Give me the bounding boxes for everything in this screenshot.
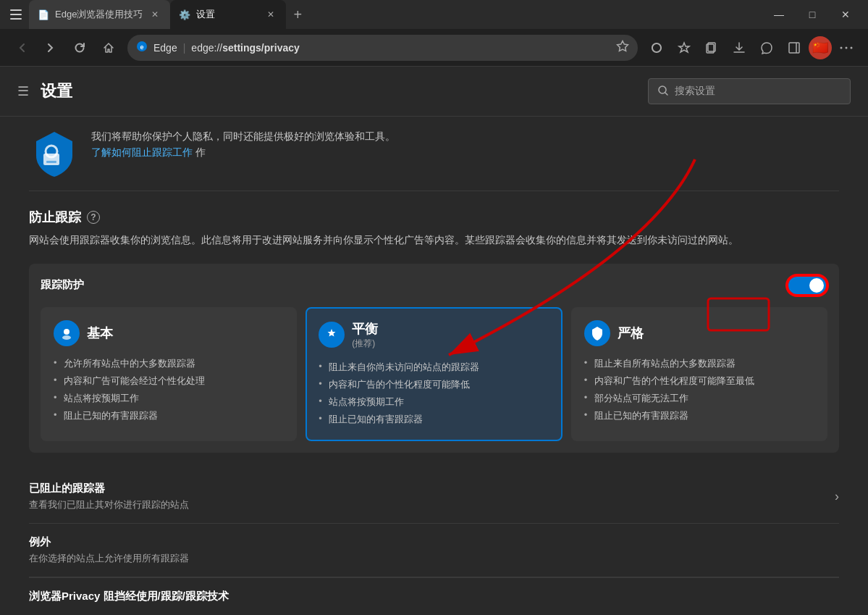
tab-edge-tips[interactable]: 📄 Edge浏览器使用技巧 ✕ (29, 0, 170, 29)
tracking-toggle[interactable] (787, 275, 827, 296)
basic-card-icon (54, 320, 80, 346)
basic-card-features: 允许所有站点中的大多数跟踪器 内容和广告可能会经过个性化处理 站点将按预期工作 … (54, 355, 284, 424)
basic-card-title: 基本 (87, 325, 113, 342)
navbar: e Edge | edge://settings/privacy (0, 29, 868, 67)
forward-button[interactable] (38, 35, 64, 61)
help-icon[interactable]: ? (87, 211, 100, 224)
edge-logo-icon: e (136, 41, 148, 54)
svg-rect-1 (10, 14, 22, 15)
basic-feature-4: 阻止已知的有害跟踪器 (54, 407, 284, 424)
top-partial-section: 我们将帮助你保护个人隐私，同时还能提供极好的浏览体验和工具。 了解如何阻止跟踪工… (29, 117, 839, 191)
strict-feature-3: 部分站点可能无法工作 (584, 390, 814, 407)
svg-point-16 (64, 329, 69, 335)
window-controls: — □ ✕ (762, 0, 862, 29)
svg-point-9 (840, 46, 843, 49)
svg-text:e: e (140, 43, 143, 51)
exceptions-desc: 在你选择的站点上允许使用所有跟踪器 (29, 552, 189, 565)
settings-content[interactable]: 我们将帮助你保护个人隐私，同时还能提供极好的浏览体验和工具。 了解如何阻止跟踪工… (0, 117, 868, 615)
top-partial-text: 我们将帮助你保护个人隐私，同时还能提供极好的浏览体验和工具。 了解如何阻止跟踪工… (91, 128, 395, 161)
balanced-feature-3: 站点将按预期工作 (319, 393, 549, 411)
balanced-card-header: 平衡 (推荐) (319, 320, 549, 350)
toggle-wrapper (787, 275, 827, 296)
hamburger-menu-icon[interactable]: ☰ (17, 83, 29, 99)
shield-icon-large (29, 128, 80, 179)
close-button[interactable]: ✕ (829, 0, 862, 29)
blocked-trackers-row[interactable]: 已阻止的跟踪器 查看我们已阻止其对你进行跟踪的站点 › (29, 470, 839, 524)
strict-card-header: 严格 (584, 320, 814, 346)
home-button[interactable] (96, 35, 122, 61)
titlebar: 📄 Edge浏览器使用技巧 ✕ ⚙️ 设置 ✕ + — □ ✕ (0, 0, 868, 29)
option-card-balanced[interactable]: 平衡 (推荐) 阻止来自你尚未访问的站点的跟踪器 内容和广告的个性化程度可能降低… (306, 307, 562, 441)
section-title: 防止跟踪 ? (29, 209, 839, 226)
option-card-basic[interactable]: 基本 允许所有站点中的大多数跟踪器 内容和广告可能会经过个性化处理 站点将按预期… (41, 307, 297, 441)
svg-rect-15 (46, 161, 56, 163)
settings-header: ☰ 设置 搜索设置 (0, 67, 868, 117)
settings-search-box[interactable]: 搜索设置 (648, 78, 851, 104)
exceptions-text: 例外 在你选择的站点上允许使用所有跟踪器 (29, 535, 189, 565)
strict-feature-1: 阻止来自所有站点的大多数跟踪器 (584, 355, 814, 372)
feedback-icon[interactable] (754, 35, 780, 61)
copilot-icon[interactable] (644, 35, 670, 61)
balanced-card-icon (319, 322, 345, 348)
refresh-button[interactable] (67, 35, 93, 61)
tracking-header: 跟踪防护 (41, 275, 827, 296)
settings-title-area: ☰ 设置 (17, 80, 72, 102)
exceptions-title: 例外 (29, 535, 189, 549)
search-icon (657, 85, 669, 99)
balanced-card-titles: 平衡 (推荐) (352, 320, 378, 350)
basic-feature-3: 站点将按预期工作 (54, 390, 284, 407)
back-button[interactable] (9, 35, 35, 61)
address-bar[interactable]: e Edge | edge://settings/privacy (127, 35, 638, 61)
blocked-trackers-title: 已阻止的跟踪器 (29, 482, 189, 495)
minimize-button[interactable]: — (762, 0, 796, 29)
section-description: 网站会使用跟踪器收集你的浏览信息。此信息将用于改进网站服务并向你显示个性化广告等… (29, 232, 839, 249)
page-wrapper: 📄 Edge浏览器使用技巧 ✕ ⚙️ 设置 ✕ + — □ ✕ (0, 0, 868, 615)
option-cards-row: 基本 允许所有站点中的大多数跟踪器 内容和广告可能会经过个性化处理 站点将按预期… (41, 307, 827, 441)
page-title: 设置 (41, 80, 72, 102)
svg-point-10 (846, 46, 848, 49)
tab1-close[interactable]: ✕ (148, 8, 161, 21)
new-tab-button[interactable]: + (286, 3, 309, 26)
svg-point-17 (62, 335, 71, 340)
learn-more-link[interactable]: 了解如何阻止跟踪工作 (91, 146, 193, 158)
strict-card-title: 严格 (618, 325, 644, 342)
sidebar-icon[interactable] (781, 35, 807, 61)
basic-feature-1: 允许所有站点中的大多数跟踪器 (54, 355, 284, 372)
strict-feature-2: 内容和广告的个性化程度可能降至最低 (584, 372, 814, 390)
maximize-button[interactable]: □ (796, 0, 829, 29)
balanced-card-subtitle: (推荐) (352, 338, 378, 350)
tab-settings[interactable]: ⚙️ 设置 ✕ (170, 0, 286, 29)
profile-avatar[interactable]: 🇨🇳 (809, 36, 832, 59)
option-card-strict[interactable]: 严格 阻止来自所有站点的大多数跟踪器 内容和广告的个性化程度可能降至最低 部分站… (571, 307, 827, 441)
balanced-card-features: 阻止来自你尚未访问的站点的跟踪器 内容和广告的个性化程度可能降低 站点将按预期工… (319, 359, 549, 428)
strict-card-icon (584, 320, 610, 346)
favorites-toolbar-icon[interactable] (671, 35, 697, 61)
tab2-close[interactable]: ✕ (264, 8, 277, 21)
tracking-label: 跟踪防护 (41, 278, 84, 292)
svg-rect-2 (10, 18, 22, 20)
blocked-trackers-text: 已阻止的跟踪器 查看我们已阻止其对你进行跟踪的站点 (29, 482, 189, 511)
tab1-icon: 📄 (38, 9, 49, 20)
blocked-trackers-desc: 查看我们已阻止其对你进行跟踪的站点 (29, 498, 189, 511)
address-brand: Edge (153, 42, 177, 54)
basic-card-header: 基本 (54, 320, 284, 346)
balanced-card-title: 平衡 (352, 320, 378, 338)
toolbar-icons: 🇨🇳 (644, 35, 859, 61)
address-url: edge://settings/privacy (191, 42, 299, 54)
exceptions-row[interactable]: 例外 在你选择的站点上允许使用所有跟踪器 (29, 524, 839, 577)
favorites-icon[interactable] (616, 40, 629, 56)
address-text: Edge | edge://settings/privacy (153, 42, 300, 54)
chevron-right-icon: › (835, 489, 839, 504)
collections-icon[interactable] (699, 35, 725, 61)
more-options-icon[interactable] (833, 35, 859, 61)
tracking-protection-box: 跟踪防护 (29, 264, 839, 453)
tab1-label: Edge浏览器使用技巧 (55, 8, 143, 21)
bottom-partial: 浏览器Privacy 阻挡经使用/跟踪/跟踪技术 (29, 577, 839, 615)
search-placeholder: 搜索设置 (675, 85, 715, 98)
toggle-thumb (809, 278, 824, 293)
sidebar-toggle[interactable] (6, 4, 26, 25)
download-icon[interactable] (726, 35, 752, 61)
strict-feature-4: 阻止已知的有害跟踪器 (584, 407, 814, 424)
balanced-feature-2: 内容和广告的个性化程度可能降低 (319, 376, 549, 393)
tab2-label: 设置 (196, 8, 215, 21)
